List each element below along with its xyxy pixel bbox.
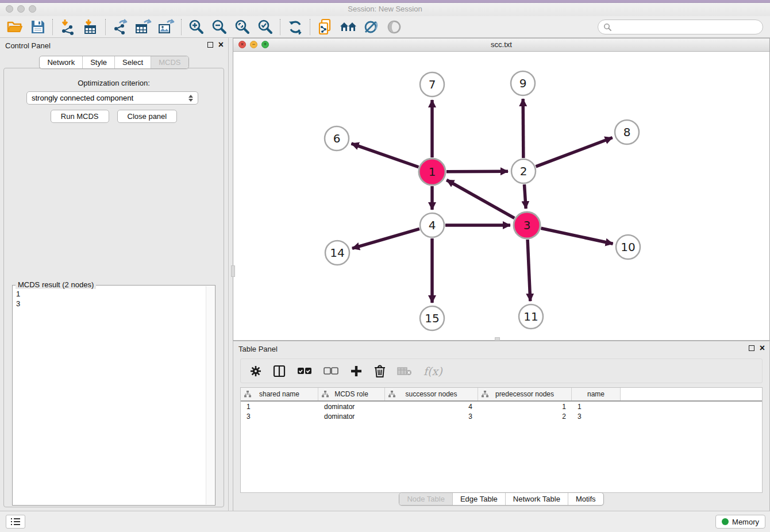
memory-status-icon [722, 518, 729, 525]
cell-mcds-role[interactable]: dominator [318, 413, 385, 421]
graph-edge-2-8[interactable] [536, 138, 613, 167]
cell-successor-nodes[interactable]: 4 [385, 403, 478, 411]
graph-node-label-7: 7 [429, 78, 436, 91]
cell-predecessor-nodes[interactable]: 2 [478, 413, 572, 421]
table-row-0[interactable]: 1dominator411 [241, 402, 762, 411]
tab-style[interactable]: Style [82, 56, 114, 68]
graph-edge-3-1[interactable] [446, 180, 514, 218]
memory-label: Memory [732, 518, 759, 526]
zoom-selected-icon [257, 19, 274, 35]
run-mcds-button[interactable]: Run MCDS [51, 110, 109, 123]
unchecked-boxes-icon [324, 367, 338, 375]
cell-name[interactable]: 3 [572, 413, 621, 421]
export-image-icon [158, 19, 175, 35]
graph-node-label-11: 11 [523, 310, 538, 323]
search-box[interactable] [598, 20, 763, 34]
mcds-result-box: MCDS result (2 nodes) 1 3 [12, 285, 215, 506]
float-table-panel-icon[interactable] [749, 345, 754, 351]
deselect-all-rows-button[interactable] [324, 367, 338, 375]
zoom-fit-content-button[interactable] [231, 17, 254, 37]
table-toolbar: f(x) [240, 358, 763, 383]
apply-layout-button[interactable] [284, 17, 307, 37]
graph-edge-3-10[interactable] [541, 228, 613, 244]
graph-node-label-14: 14 [330, 246, 344, 260]
graph-node-label-9: 9 [519, 76, 527, 90]
memory-button[interactable]: Memory [715, 515, 765, 529]
toolbar-separator [310, 19, 311, 35]
graphics-details-button[interactable] [360, 17, 383, 37]
mcds-tab-content: Optimization criterion: strongly connect… [3, 68, 224, 507]
tab-network-table[interactable]: Network Table [505, 493, 568, 505]
close-panel-button[interactable]: Close panel [117, 110, 178, 123]
table-panel: Table Panel × [233, 341, 770, 511]
graph-edge-2-3[interactable] [524, 184, 526, 209]
column-header-name[interactable]: name [572, 388, 621, 400]
zoom-in-button[interactable] [185, 17, 208, 37]
search-input[interactable] [615, 22, 757, 32]
tab-mcds[interactable]: MCDS [151, 56, 188, 68]
export-network-button[interactable] [109, 17, 132, 37]
select-all-rows-button[interactable] [297, 367, 312, 375]
graph-node-label-4: 4 [429, 218, 436, 232]
first-neighbors-button[interactable] [337, 17, 360, 37]
mcds-result-text[interactable]: 1 3 [13, 288, 206, 504]
criterion-select[interactable]: strongly connected component [26, 91, 198, 105]
graph-edge-2-9[interactable] [523, 99, 523, 158]
close-panel-icon[interactable]: × [218, 41, 224, 49]
save-icon [30, 20, 45, 34]
graph-node-label-1: 1 [429, 165, 436, 179]
zoom-out-icon [211, 19, 228, 35]
graph-edge-4-14[interactable] [352, 229, 419, 248]
graph-edge-3-11[interactable] [528, 240, 530, 301]
optimization-criterion-label: Optimization criterion: [4, 79, 224, 87]
tab-node-table[interactable]: Node Table [399, 493, 452, 505]
import-network-button[interactable] [56, 17, 79, 37]
tab-edge-table[interactable]: Edge Table [452, 493, 505, 505]
function-builder-button: f(x) [424, 365, 442, 377]
network-graph[interactable]: 7968124314101511 [234, 52, 770, 341]
export-table-icon [135, 19, 152, 35]
save-session-button[interactable] [26, 17, 49, 37]
vertical-splitter-handle[interactable] [231, 265, 235, 277]
show-hide-columns-button[interactable] [273, 365, 286, 377]
table-panel-tabs: Node TableEdge TableNetwork TableMotifs [233, 492, 769, 506]
open-folder-icon [7, 20, 23, 34]
import-table-button[interactable] [79, 17, 102, 37]
result-scrollbar[interactable] [206, 286, 214, 504]
graph-edge-1-6[interactable] [351, 144, 418, 167]
float-panel-icon[interactable] [207, 42, 213, 48]
network-canvas[interactable]: 7968124314101511 [234, 52, 769, 340]
cell-shared-name[interactable]: 1 [241, 403, 318, 411]
tab-select[interactable]: Select [114, 56, 151, 68]
cell-predecessor-nodes[interactable]: 1 [478, 403, 572, 411]
graph-edge-1-2[interactable] [446, 171, 508, 172]
show-task-history-button[interactable] [6, 515, 25, 529]
clone-network-button[interactable] [314, 17, 337, 37]
column-header-predecessor-nodes[interactable]: predecessor nodes [478, 388, 572, 400]
two-houses-icon [339, 20, 357, 34]
tab-network[interactable]: Network [40, 56, 82, 68]
open-file-button[interactable] [3, 17, 26, 37]
graphics-details-icon [363, 19, 379, 35]
zoom-selected-button[interactable] [254, 17, 277, 37]
column-header-mcds-role[interactable]: MCDS role [318, 388, 385, 400]
cell-successor-nodes[interactable]: 3 [385, 413, 478, 421]
add-column-button[interactable] [350, 365, 363, 377]
column-type-icon [322, 391, 329, 398]
export-table-button[interactable] [132, 17, 155, 37]
column-header-shared-name[interactable]: shared name [241, 388, 318, 400]
export-image-button[interactable] [155, 17, 178, 37]
control-panel-title: Control Panel [5, 41, 51, 50]
zoom-fit-icon [234, 19, 251, 35]
tab-motifs[interactable]: Motifs [568, 493, 603, 505]
cell-shared-name[interactable]: 3 [241, 413, 318, 421]
table-row-1[interactable]: 3dominator323 [241, 411, 762, 421]
column-header-successor-nodes[interactable]: successor nodes [385, 388, 478, 400]
delete-columns-button[interactable] [374, 365, 386, 377]
zoom-out-button[interactable] [208, 17, 231, 37]
cell-mcds-role[interactable]: dominator [318, 403, 385, 411]
cell-name[interactable]: 1 [572, 403, 621, 411]
delete-table-button [397, 367, 412, 376]
table-options-button[interactable] [250, 365, 261, 377]
close-table-panel-icon[interactable]: × [760, 344, 765, 352]
